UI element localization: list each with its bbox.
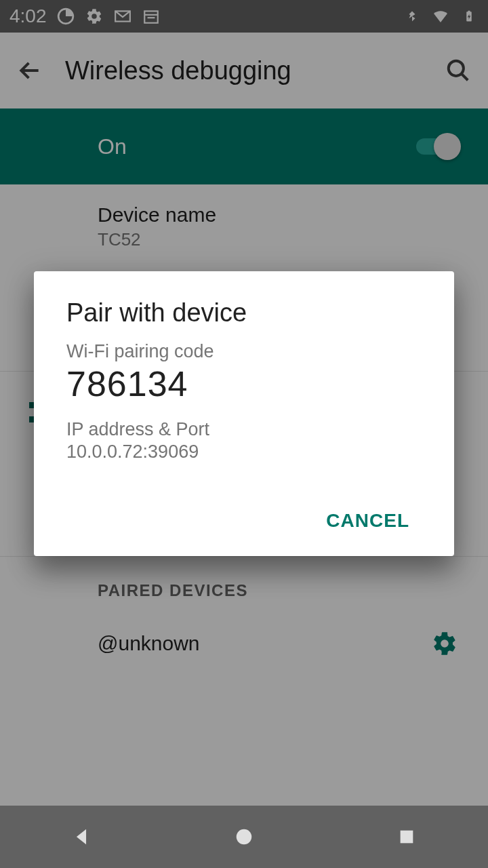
- dialog-actions: CANCEL: [66, 502, 422, 540]
- screen: 4:02 4: [0, 0, 488, 868]
- pair-with-device-dialog: Pair with device Wi-Fi pairing code 7861…: [34, 271, 454, 556]
- square-recents-icon: [397, 827, 416, 846]
- ip-port-label: IP address & Port: [66, 419, 422, 440]
- pairing-code-label: Wi-Fi pairing code: [66, 341, 422, 362]
- ip-port-value: 10.0.0.72:39069: [66, 441, 422, 462]
- nav-recents-button[interactable]: [393, 823, 420, 850]
- svg-rect-15: [401, 831, 413, 844]
- svg-point-14: [237, 829, 252, 845]
- circle-home-icon: [234, 827, 254, 847]
- nav-home-button[interactable]: [230, 823, 258, 850]
- triangle-back-icon: [70, 825, 93, 848]
- nav-back-button[interactable]: [68, 823, 95, 850]
- dialog-title: Pair with device: [66, 298, 422, 328]
- cancel-button[interactable]: CANCEL: [314, 502, 422, 540]
- pairing-code-value: 786134: [66, 363, 422, 404]
- navigation-bar: [0, 806, 488, 868]
